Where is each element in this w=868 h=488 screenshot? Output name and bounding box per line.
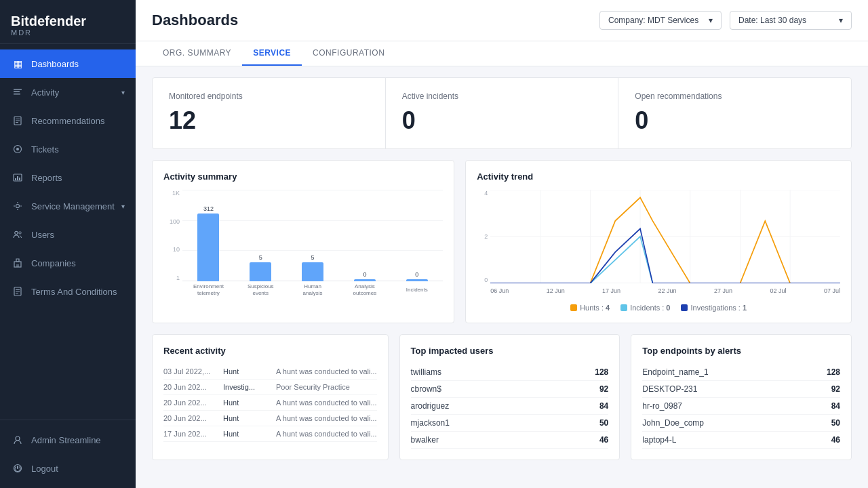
sidebar-item-users[interactable]: Users xyxy=(0,220,136,249)
activity-date: 20 Jun 202... xyxy=(163,414,218,422)
svg-point-8 xyxy=(16,148,19,150)
users-icon xyxy=(11,228,24,241)
sidebar-item-recommendations[interactable]: Recommendations xyxy=(0,106,136,135)
activity-date: 20 Jun 202... xyxy=(163,383,218,391)
recent-activity-card: Recent activity 03 Jul 2022,... Hunt A h… xyxy=(152,334,389,460)
user-count: 50 xyxy=(599,418,608,428)
bar xyxy=(302,262,323,281)
endpoint-name: John_Doe_comp xyxy=(642,418,704,428)
user-row: cbrown$ 92 xyxy=(411,381,609,398)
line-chart-svg xyxy=(490,190,840,283)
x-label: 12 Jun xyxy=(547,287,565,294)
user-name: mjackson1 xyxy=(411,418,450,428)
terms-icon xyxy=(11,285,24,298)
bar-value: 5 xyxy=(259,254,262,261)
svg-rect-11 xyxy=(17,176,18,180)
admin-icon xyxy=(11,433,24,447)
svg-rect-0 xyxy=(14,89,22,90)
user-count: 92 xyxy=(599,384,608,394)
stat-value: 12 xyxy=(169,106,369,135)
user-row: twilliams 128 xyxy=(411,364,609,381)
date-dropdown[interactable]: Date: Last 30 days ▾ xyxy=(730,11,852,30)
sidebar-item-label: Tickets xyxy=(31,144,59,155)
tab-org-summary[interactable]: ORG. SUMMARY xyxy=(152,41,242,66)
y-label: 2 xyxy=(477,233,488,240)
endpoint-name: hr-ro_0987 xyxy=(642,401,682,411)
sidebar-item-activity[interactable]: Activity ▾ xyxy=(0,78,136,106)
sidebar-logo: Bitdefender MDR xyxy=(0,0,136,44)
activity-icon xyxy=(11,85,24,99)
tab-configuration[interactable]: CONFIGURATION xyxy=(302,41,395,66)
chevron-down-icon: ▾ xyxy=(839,16,843,25)
tabs: ORG. SUMMARY SERVICE CONFIGURATION xyxy=(136,41,868,66)
activity-row: 20 Jun 202... Hunt A hunt was conducted … xyxy=(163,411,377,426)
stat-value: 0 xyxy=(635,106,835,135)
svg-rect-12 xyxy=(19,178,20,180)
legend-label: Hunts : 4 xyxy=(580,304,610,312)
company-dropdown[interactable]: Company: MDT Services ▾ xyxy=(599,11,722,30)
endpoint-count: 92 xyxy=(831,384,840,394)
user-count: 84 xyxy=(599,401,608,411)
legend-color xyxy=(620,304,627,311)
bar-value: 5 xyxy=(311,254,315,261)
service-management-icon xyxy=(11,199,24,213)
sidebar: Bitdefender MDR ▦ Dashboards Activity ▾ … xyxy=(0,0,136,488)
legend-color xyxy=(570,304,577,311)
stats-row: Monitored endpoints 12 Active incidents … xyxy=(152,77,852,149)
x-label: 02 Jul xyxy=(770,287,786,294)
svg-rect-1 xyxy=(14,92,20,93)
sidebar-item-service-management[interactable]: Service Management ▾ xyxy=(0,192,136,220)
endpoint-row: hr-ro_0987 84 xyxy=(642,398,840,415)
endpoint-row: laptop4-L 46 xyxy=(642,432,840,449)
sidebar-item-tickets[interactable]: Tickets xyxy=(0,135,136,163)
endpoint-count: 50 xyxy=(831,418,840,428)
bar xyxy=(197,214,219,281)
sidebar-item-companies[interactable]: Companies xyxy=(0,249,136,277)
svg-rect-10 xyxy=(15,178,16,180)
stat-monitored-endpoints: Monitored endpoints 12 xyxy=(153,78,386,148)
activity-desc: Poor Security Practice xyxy=(276,383,377,391)
activity-type: Hunt xyxy=(223,430,271,438)
sidebar-item-logout[interactable]: Logout xyxy=(0,454,136,483)
sidebar-item-reports[interactable]: Reports xyxy=(0,163,136,192)
sidebar-item-terms[interactable]: Terms And Conditions xyxy=(0,277,136,306)
bar-value: 0 xyxy=(363,271,366,278)
endpoint-count: 46 xyxy=(831,435,840,445)
svg-point-22 xyxy=(16,436,20,441)
sidebar-item-label: Reports xyxy=(31,173,62,183)
endpoint-count: 84 xyxy=(831,401,840,411)
users-list: twilliams 128 cbrown$ 92 arodriguez 84 m… xyxy=(411,364,609,449)
nav-items: ▦ Dashboards Activity ▾ Recommendations … xyxy=(0,44,136,420)
activity-date: 03 Jul 2022,... xyxy=(163,367,218,375)
sidebar-item-admin[interactable]: Admin Streamline xyxy=(0,426,136,454)
chart-title: Activity trend xyxy=(477,171,840,182)
sidebar-item-dashboards[interactable]: ▦ Dashboards xyxy=(0,49,136,78)
y-label: 10 xyxy=(163,246,180,253)
x-label: 06 Jun xyxy=(490,287,509,294)
x-label: 17 Jun xyxy=(602,287,620,294)
sidebar-item-label: Dashboards xyxy=(31,59,79,69)
activity-desc: A hunt was conducted to vali... xyxy=(276,367,377,375)
stat-active-incidents: Active incidents 0 xyxy=(386,78,619,148)
chart-title: Activity summary xyxy=(163,171,443,182)
chart-legend: Hunts : 4 Incidents : 0 Investigations :… xyxy=(477,304,840,312)
sidebar-item-label: Service Management xyxy=(31,201,115,211)
svg-rect-21 xyxy=(16,293,18,293)
top-endpoints-card: Top endpoints by alerts Endpoint_name_1 … xyxy=(631,334,852,460)
svg-point-13 xyxy=(16,205,20,208)
stat-value: 0 xyxy=(402,106,602,135)
chevron-down-icon: ▾ xyxy=(709,16,713,25)
main-content: Dashboards Company: MDT Services ▾ Date:… xyxy=(136,0,868,488)
tab-service[interactable]: SERVICE xyxy=(242,41,302,66)
activity-summary-chart: Activity summary 1K 100 10 1 xyxy=(152,160,454,323)
card-title: Top impacted users xyxy=(411,346,609,356)
endpoint-row: DESKTOP-231 92 xyxy=(642,381,840,398)
page-title: Dashboards xyxy=(152,12,599,29)
user-name: arodriguez xyxy=(411,401,450,411)
legend-hunts: Hunts : 4 xyxy=(570,304,610,312)
sidebar-item-label: Activity xyxy=(31,87,59,98)
activity-desc: A hunt was conducted to vali... xyxy=(276,430,377,438)
sidebar-item-label: Users xyxy=(31,230,54,240)
stat-label: Monitored endpoints xyxy=(169,92,369,101)
endpoint-row: John_Doe_comp 50 xyxy=(642,415,840,432)
